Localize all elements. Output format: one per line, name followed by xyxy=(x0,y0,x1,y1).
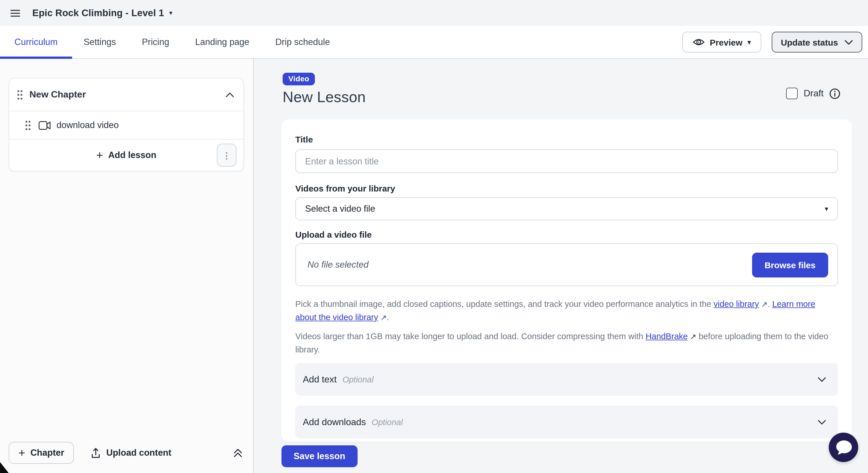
add-text-label: Add text xyxy=(303,374,337,384)
upload-icon xyxy=(91,447,101,458)
handbrake-link[interactable]: HandBrake↗ xyxy=(646,332,696,341)
lesson-editor: Video New Lesson Draft Title Videos from… xyxy=(254,59,868,473)
caret-down-icon: ▾ xyxy=(748,39,751,45)
video-library-label: Videos from your library xyxy=(295,183,838,194)
tab-pricing[interactable]: Pricing xyxy=(142,26,169,58)
topbar: Epic Rock Climbing - Level 1 ▾ xyxy=(0,0,868,26)
course-title-menu[interactable]: Epic Rock Climbing - Level 1 ▾ xyxy=(32,7,173,19)
chapter-footer: + Add lesson ⋮ xyxy=(9,139,243,171)
save-lesson-button[interactable]: Save lesson xyxy=(281,445,357,467)
video-library-link[interactable]: video library↗ xyxy=(713,299,767,309)
draft-toggle: Draft xyxy=(786,88,840,99)
draft-label: Draft xyxy=(804,88,824,99)
lesson-type-badge: Video xyxy=(283,73,315,85)
tabbar: Curriculum Settings Pricing Landing page… xyxy=(0,26,868,59)
compression-help-text: Videos larger than 1GB may take longer t… xyxy=(295,330,838,356)
double-chevron-up-icon xyxy=(233,448,243,458)
eye-icon xyxy=(692,37,705,47)
chapter-title: New Chapter xyxy=(29,89,225,100)
lesson-item-title: download video xyxy=(57,120,119,130)
link-label: video library xyxy=(713,299,759,309)
chapter-header[interactable]: New Chapter xyxy=(9,78,243,111)
add-text-section[interactable]: Add text Optional xyxy=(295,363,838,396)
lesson-page-title: New Lesson xyxy=(283,88,366,106)
add-chapter-button[interactable]: + Chapter xyxy=(9,442,74,464)
tabbar-actions: Preview ▾ Update status xyxy=(682,32,868,53)
hamburger-icon xyxy=(10,9,20,17)
external-link-icon: ↗ xyxy=(380,311,387,324)
chevron-down-icon xyxy=(844,39,853,45)
course-title: Epic Rock Climbing - Level 1 xyxy=(32,7,164,19)
upload-content-label: Upload content xyxy=(106,448,172,458)
preview-label: Preview xyxy=(710,37,742,47)
kebab-icon: ⋮ xyxy=(222,151,231,159)
tab-landing-page[interactable]: Landing page xyxy=(195,26,249,58)
link-label: HandBrake xyxy=(646,332,688,341)
caret-down-icon: ▾ xyxy=(169,10,173,16)
chevron-down-icon xyxy=(817,419,827,425)
hamburger-menu-button[interactable] xyxy=(9,8,21,18)
optional-label: Optional xyxy=(342,375,373,384)
video-library-help-text: Pick a thumbnail image, add closed capti… xyxy=(295,297,838,324)
help-text: . xyxy=(768,299,772,309)
lesson-form-card: Title Videos from your library Select a … xyxy=(281,119,852,442)
update-status-label: Update status xyxy=(781,37,838,47)
chapter-menu-button[interactable]: ⋮ xyxy=(217,144,237,167)
preview-button[interactable]: Preview ▾ xyxy=(682,32,761,53)
plus-icon: + xyxy=(19,447,25,459)
video-icon xyxy=(39,121,51,129)
upload-dropzone[interactable]: No file selected Browse files xyxy=(295,244,838,286)
help-text: . xyxy=(387,313,389,322)
draft-checkbox[interactable] xyxy=(786,88,798,99)
info-icon[interactable] xyxy=(829,88,840,99)
video-library-select-value: Select a video file xyxy=(305,203,375,214)
chat-icon xyxy=(835,439,852,455)
caret-down-icon: ▾ xyxy=(825,206,828,212)
add-downloads-section[interactable]: Add downloads Optional xyxy=(295,406,838,438)
chevron-down-icon xyxy=(817,376,827,382)
title-label: Title xyxy=(295,134,838,145)
add-lesson-label: Add lesson xyxy=(108,150,156,160)
browse-files-button[interactable]: Browse files xyxy=(752,252,828,277)
drag-handle-icon[interactable] xyxy=(25,120,31,130)
curriculum-sidebar: New Chapter download video xyxy=(0,59,254,473)
sidebar-footer: + Chapter Upload content xyxy=(9,442,244,464)
tab-drip-schedule[interactable]: Drip schedule xyxy=(275,26,330,58)
no-file-text: No file selected xyxy=(307,259,369,270)
tab-curriculum[interactable]: Curriculum xyxy=(14,26,58,58)
plus-icon: + xyxy=(96,149,103,161)
app-window: Epic Rock Climbing - Level 1 ▾ Curriculu… xyxy=(0,0,868,473)
chevron-up-icon[interactable] xyxy=(225,92,234,97)
collapse-all-button[interactable] xyxy=(232,446,244,459)
update-status-button[interactable]: Update status xyxy=(772,32,862,53)
external-link-icon: ↗ xyxy=(761,297,768,311)
help-text: Pick a thumbnail image, add closed capti… xyxy=(295,299,713,309)
external-link-icon: ↗ xyxy=(690,330,696,343)
video-library-select[interactable]: Select a video file ▾ xyxy=(295,197,838,220)
add-chapter-label: Chapter xyxy=(30,448,64,458)
chat-widget-button[interactable] xyxy=(829,433,858,462)
chapter-card: New Chapter download video xyxy=(9,78,244,171)
optional-label: Optional xyxy=(372,417,403,427)
add-downloads-label: Add downloads xyxy=(303,417,366,427)
upload-content-button[interactable]: Upload content xyxy=(91,447,172,458)
upload-video-label: Upload a video file xyxy=(295,229,838,240)
tab-list: Curriculum Settings Pricing Landing page… xyxy=(0,26,330,58)
lesson-title-input[interactable] xyxy=(295,149,838,173)
help-text: Videos larger than 1GB may take longer t… xyxy=(295,332,646,341)
drag-handle-icon[interactable] xyxy=(17,90,23,99)
lesson-header: Video New Lesson Draft xyxy=(281,73,852,106)
lesson-item[interactable]: download video xyxy=(9,111,243,139)
tab-settings[interactable]: Settings xyxy=(84,26,116,58)
add-lesson-button[interactable]: + Add lesson xyxy=(96,149,156,161)
